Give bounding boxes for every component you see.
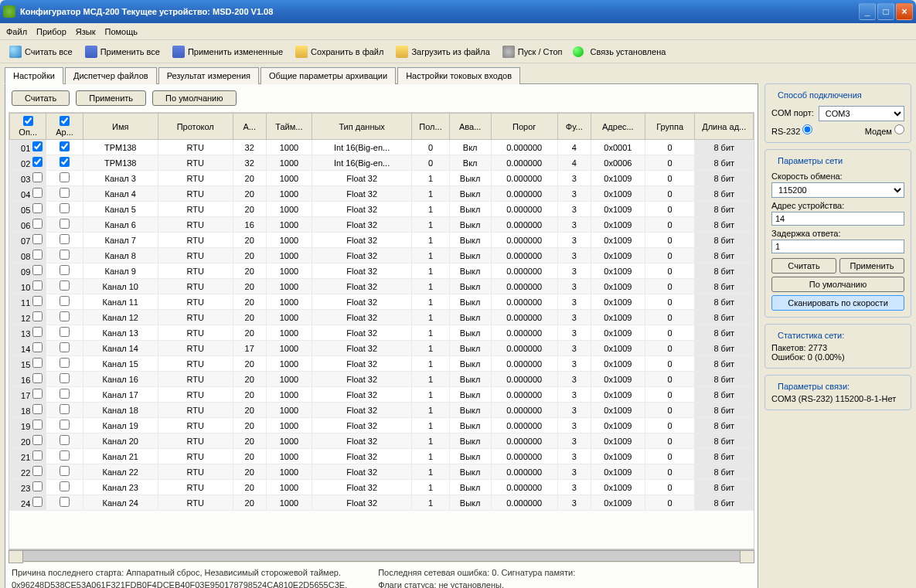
channel-table-wrap[interactable]: Оп... Ар...ИмяПротоколА...Тайм...Тип дан… bbox=[9, 112, 754, 549]
op-checkbox[interactable] bbox=[32, 280, 43, 291]
scan-speed-button[interactable]: Сканировать по скорости bbox=[771, 295, 904, 311]
op-checkbox[interactable] bbox=[32, 420, 43, 430]
read-button[interactable]: Считать bbox=[12, 90, 70, 106]
side-default-button[interactable]: По умолчанию bbox=[771, 277, 904, 292]
op-checkbox[interactable] bbox=[32, 296, 43, 306]
table-row[interactable]: 08 Канал 8RTU201000Float 321Выкл0.000000… bbox=[10, 248, 754, 263]
op-checkbox[interactable] bbox=[32, 219, 43, 229]
ar-checkbox[interactable] bbox=[60, 342, 70, 352]
table-row[interactable]: 22 Канал 22RTU201000Float 321Выкл0.00000… bbox=[10, 464, 754, 480]
tool-apply-all[interactable]: Применить все bbox=[80, 43, 165, 60]
table-row[interactable]: 10 Канал 10RTU201000Float 321Выкл0.00000… bbox=[10, 279, 754, 294]
speed-select[interactable]: 115200 bbox=[771, 182, 904, 198]
op-checkbox[interactable] bbox=[32, 389, 43, 399]
side-apply-button[interactable]: Применить bbox=[839, 258, 904, 274]
ar-checkbox[interactable] bbox=[60, 296, 70, 306]
tab-archive[interactable]: Общие параметры архивации bbox=[260, 67, 396, 84]
ar-checkbox[interactable] bbox=[60, 172, 70, 182]
ar-checkbox[interactable] bbox=[60, 280, 70, 291]
ar-checkbox[interactable] bbox=[60, 327, 70, 337]
op-checkbox[interactable] bbox=[32, 234, 43, 244]
op-checkbox[interactable] bbox=[32, 497, 43, 507]
tool-read-all[interactable]: Считать все bbox=[5, 43, 77, 60]
table-row[interactable]: 16 Канал 16RTU201000Float 321Выкл0.00000… bbox=[10, 372, 754, 387]
maximize-button[interactable]: □ bbox=[877, 3, 894, 20]
header-ar-checkbox[interactable] bbox=[60, 116, 70, 126]
addr-input[interactable] bbox=[771, 212, 904, 226]
op-checkbox[interactable] bbox=[32, 311, 43, 321]
table-row[interactable]: 18 Канал 18RTU201000Float 321Выкл0.00000… bbox=[10, 403, 754, 418]
horizontal-scrollbar[interactable] bbox=[9, 549, 754, 563]
table-row[interactable]: 15 Канал 15RTU201000Float 321Выкл0.00000… bbox=[10, 356, 754, 372]
tab-settings[interactable]: Настройки bbox=[5, 67, 63, 84]
ar-checkbox[interactable] bbox=[60, 157, 70, 167]
op-checkbox[interactable] bbox=[32, 327, 43, 337]
table-row[interactable]: 13 Канал 13RTU201000Float 321Выкл0.00000… bbox=[10, 325, 754, 341]
tool-load-file[interactable]: Загрузить из файла bbox=[391, 43, 494, 60]
table-row[interactable]: 09 Канал 9RTU201000Float 321Выкл0.000000… bbox=[10, 263, 754, 279]
ar-checkbox[interactable] bbox=[60, 219, 70, 229]
tab-files[interactable]: Диспетчер файлов bbox=[65, 67, 157, 84]
comport-select[interactable]: COM3 bbox=[819, 106, 904, 121]
ar-checkbox[interactable] bbox=[60, 311, 70, 321]
op-checkbox[interactable] bbox=[32, 203, 43, 213]
ar-checkbox[interactable] bbox=[60, 450, 70, 461]
close-button[interactable]: × bbox=[896, 3, 913, 20]
op-checkbox[interactable] bbox=[32, 435, 43, 445]
ar-checkbox[interactable] bbox=[60, 466, 70, 476]
tool-start-stop[interactable]: Пуск / Стоп bbox=[498, 43, 567, 60]
ar-checkbox[interactable] bbox=[60, 203, 70, 213]
table-row[interactable]: 02 ТРМ138RTU321000Int 16(Big-en...0Вкл0.… bbox=[10, 155, 754, 171]
op-checkbox[interactable] bbox=[32, 342, 43, 352]
ar-checkbox[interactable] bbox=[60, 420, 70, 430]
ar-checkbox[interactable] bbox=[60, 265, 70, 275]
table-row[interactable]: 06 Канал 6RTU161000Float 321Выкл0.000000… bbox=[10, 217, 754, 233]
ar-checkbox[interactable] bbox=[60, 141, 70, 151]
op-checkbox[interactable] bbox=[32, 373, 43, 383]
op-checkbox[interactable] bbox=[32, 157, 43, 167]
ar-checkbox[interactable] bbox=[60, 389, 70, 399]
table-row[interactable]: 21 Канал 21RTU201000Float 321Выкл0.00000… bbox=[10, 449, 754, 464]
tab-result[interactable]: Результат измерения bbox=[158, 67, 259, 84]
menu-lang[interactable]: Язык bbox=[76, 27, 96, 36]
side-read-button[interactable]: Считать bbox=[771, 258, 836, 274]
table-row[interactable]: 01 ТРМ138RTU321000Int 16(Big-en...0Вкл0.… bbox=[10, 140, 754, 155]
minimize-button[interactable]: _ bbox=[859, 3, 876, 20]
op-checkbox[interactable] bbox=[32, 481, 43, 491]
table-row[interactable]: 04 Канал 4RTU201000Float 321Выкл0.000000… bbox=[10, 186, 754, 202]
op-checkbox[interactable] bbox=[32, 358, 43, 368]
op-checkbox[interactable] bbox=[32, 265, 43, 275]
op-checkbox[interactable] bbox=[32, 404, 43, 414]
table-row[interactable]: 12 Канал 12RTU201000Float 321Выкл0.00000… bbox=[10, 310, 754, 325]
op-checkbox[interactable] bbox=[32, 141, 43, 151]
modem-radio[interactable]: Модем bbox=[865, 124, 904, 136]
op-checkbox[interactable] bbox=[32, 188, 43, 198]
table-row[interactable]: 14 Канал 14RTU171000Float 321Выкл0.00000… bbox=[10, 341, 754, 356]
ar-checkbox[interactable] bbox=[60, 250, 70, 260]
ar-checkbox[interactable] bbox=[60, 234, 70, 244]
ar-checkbox[interactable] bbox=[60, 481, 70, 491]
op-checkbox[interactable] bbox=[32, 250, 43, 260]
ar-checkbox[interactable] bbox=[60, 497, 70, 507]
header-op-checkbox[interactable] bbox=[23, 116, 33, 126]
table-row[interactable]: 05 Канал 5RTU201000Float 321Выкл0.000000… bbox=[10, 202, 754, 217]
menu-device[interactable]: Прибор bbox=[36, 27, 66, 36]
tool-save-file[interactable]: Сохранить в файл bbox=[291, 43, 388, 60]
table-row[interactable]: 24 Канал 24RTU201000Float 321Выкл0.00000… bbox=[10, 495, 754, 511]
apply-button[interactable]: Применить bbox=[76, 90, 146, 106]
table-row[interactable]: 23 Канал 23RTU201000Float 321Выкл0.00000… bbox=[10, 480, 754, 495]
rs232-radio[interactable]: RS-232 bbox=[771, 124, 812, 136]
tool-apply-changed[interactable]: Применить измененные bbox=[168, 43, 288, 60]
tab-current-inputs[interactable]: Настройки токовых входов bbox=[397, 67, 520, 84]
table-row[interactable]: 03 Канал 3RTU201000Float 321Выкл0.000000… bbox=[10, 171, 754, 186]
table-row[interactable]: 19 Канал 19RTU201000Float 321Выкл0.00000… bbox=[10, 418, 754, 433]
delay-input[interactable] bbox=[771, 240, 904, 253]
ar-checkbox[interactable] bbox=[60, 373, 70, 383]
ar-checkbox[interactable] bbox=[60, 435, 70, 445]
ar-checkbox[interactable] bbox=[60, 404, 70, 414]
table-row[interactable]: 07 Канал 7RTU201000Float 321Выкл0.000000… bbox=[10, 233, 754, 248]
default-button[interactable]: По умолчанию bbox=[152, 90, 236, 106]
ar-checkbox[interactable] bbox=[60, 188, 70, 198]
table-row[interactable]: 20 Канал 20RTU201000Float 321Выкл0.00000… bbox=[10, 433, 754, 449]
op-checkbox[interactable] bbox=[32, 450, 43, 461]
